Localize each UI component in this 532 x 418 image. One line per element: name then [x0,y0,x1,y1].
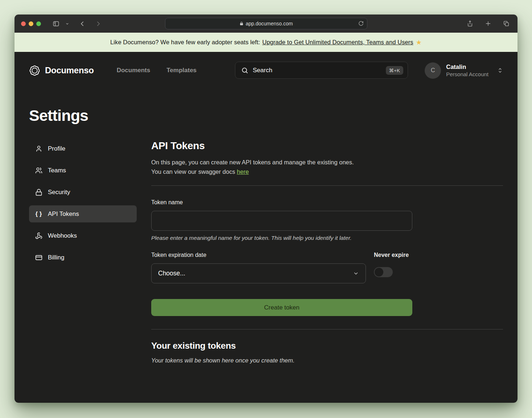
browser-window: app.documenso.com Like Documenso? We hav… [15,15,517,403]
chevron-down-icon [353,270,359,276]
expiration-label: Token expiration date [151,252,366,258]
sidebar-item-label: Security [48,189,70,196]
search-shortcut-badge: ⌘+K [386,66,403,75]
token-name-hint: Please enter a meaningful name for your … [151,235,412,241]
create-token-form: Token name Please enter a meaningful nam… [151,199,412,316]
nav-documents[interactable]: Documents [117,67,150,74]
divider [151,329,503,329]
token-name-label: Token name [151,199,412,206]
never-expire-label: Never expire [374,252,412,258]
sidebar-item-teams[interactable]: Teams [29,162,137,179]
sidebar-item-api-tokens[interactable]: { } API Tokens [29,205,137,222]
banner-text: Like Documenso? We have few early adopte… [110,39,260,46]
sidebar-item-label: Profile [48,145,65,152]
upgrade-banner: Like Documenso? We have few early adopte… [15,33,517,52]
chevron-down-icon[interactable] [64,20,71,27]
expiration-select[interactable]: Choose... [151,263,366,283]
close-window-button[interactable] [21,21,26,26]
url-text: app.documenso.com [246,21,293,26]
reload-icon[interactable] [358,21,364,27]
expiration-value: Choose... [158,270,185,277]
sidebar-item-label: API Tokens [48,210,79,218]
new-tab-icon[interactable] [483,19,493,28]
avatar-initial: C [431,67,435,74]
settings-sidebar: Profile Teams Security { } API Tokens We… [29,140,137,378]
sidebar-item-label: Billing [48,254,64,261]
browser-toolbar: app.documenso.com [15,15,517,33]
lock-icon [239,21,244,26]
sidebar-item-webhooks[interactable]: Webhooks [29,227,137,244]
share-icon[interactable] [465,19,475,28]
account-menu[interactable]: C Catalin Personal Account [425,62,503,79]
create-token-button[interactable]: Create token [151,299,412,316]
star-icon: ★ [416,38,422,46]
description-line2: You can view our swagger docs [151,168,235,175]
account-name: Catalin [446,63,488,70]
back-button[interactable] [78,19,87,28]
app-content: Documenso Documents Templates Search ⌘+K… [15,52,517,403]
sidebar-item-security[interactable]: Security [29,184,137,201]
nav-templates[interactable]: Templates [166,67,197,74]
sidebar-item-label: Webhooks [48,232,77,239]
sidebar-item-label: Teams [48,167,66,174]
section-heading: API Tokens [151,140,503,152]
search-placeholder: Search [253,67,272,74]
never-expire-toggle[interactable] [374,267,393,277]
app-header: Documenso Documents Templates Search ⌘+K… [29,52,503,89]
traffic-lights [21,21,41,26]
upgrade-link[interactable]: Upgrade to Get Unlimited Documents, Team… [262,39,413,46]
sidebar-item-profile[interactable]: Profile [29,140,137,157]
credit-card-icon [35,254,42,261]
brand-name: Documenso [45,65,94,75]
documenso-seal-icon [29,65,40,76]
page-title: Settings [29,107,503,124]
account-type: Personal Account [446,71,488,77]
brand-logo[interactable]: Documenso [29,65,94,76]
lock-icon [35,189,42,196]
token-name-input[interactable] [151,211,412,231]
webhook-icon [35,232,42,239]
forward-button[interactable] [94,19,103,28]
existing-tokens-heading: Your existing tokens [151,341,503,351]
users-icon [35,167,42,174]
existing-tokens-empty-text: Your tokens will be shown here once you … [151,357,503,364]
api-tokens-panel: API Tokens On this page, you can create … [151,140,503,378]
address-bar[interactable]: app.documenso.com [165,18,367,29]
sidebar-item-billing[interactable]: Billing [29,249,137,266]
search-icon [241,67,248,74]
search-input[interactable]: Search ⌘+K [235,62,408,79]
toggle-knob [375,268,383,276]
description-line1: On this page, you can create new API tok… [151,159,354,165]
chevrons-up-down-icon [497,67,503,73]
swagger-docs-link[interactable]: here [237,168,249,175]
main-nav: Documents Templates [117,67,197,74]
user-icon [35,145,42,152]
sidebar-toggle-icon[interactable] [51,19,61,29]
braces-icon: { } [35,211,42,217]
tab-overview-icon[interactable] [502,19,511,28]
avatar: C [425,62,441,79]
divider [151,185,503,186]
minimize-window-button[interactable] [29,21,33,26]
zoom-window-button[interactable] [36,21,41,26]
section-description: On this page, you can create new API tok… [151,158,503,176]
